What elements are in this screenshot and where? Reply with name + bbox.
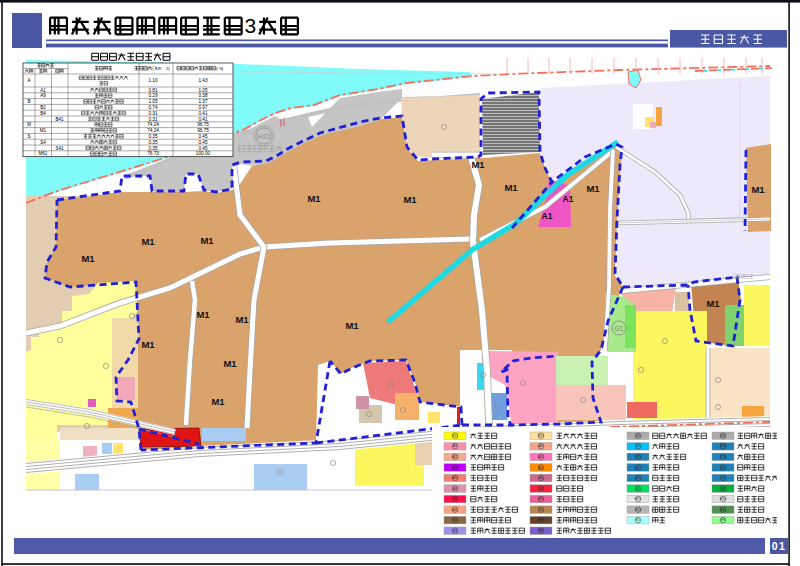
svg-text:M2: M2 bbox=[453, 518, 458, 522]
svg-text:S41: S41 bbox=[55, 146, 64, 151]
svg-text:0.41: 0.41 bbox=[198, 111, 208, 116]
svg-text:76.73: 76.73 bbox=[147, 151, 159, 156]
svg-text:B41: B41 bbox=[452, 508, 458, 512]
svg-text:B: B bbox=[27, 99, 30, 104]
svg-text:0.29: 0.29 bbox=[148, 93, 158, 98]
svg-text:E1: E1 bbox=[636, 518, 640, 522]
svg-text:3: 3 bbox=[245, 14, 257, 37]
svg-text:M61: M61 bbox=[39, 151, 48, 156]
svg-text:m: m bbox=[158, 66, 162, 71]
svg-text:M3: M3 bbox=[539, 518, 544, 522]
svg-text:U14: U14 bbox=[720, 455, 726, 459]
svg-text:0.74: 0.74 bbox=[148, 105, 158, 110]
svg-text:A1: A1 bbox=[563, 194, 574, 204]
svg-text:H23: H23 bbox=[635, 508, 641, 512]
svg-text:M1: M1 bbox=[504, 182, 518, 193]
svg-text:0.81: 0.81 bbox=[148, 88, 158, 93]
svg-text:A2: A2 bbox=[539, 444, 543, 448]
svg-text:U9: U9 bbox=[721, 476, 725, 480]
svg-text:B31: B31 bbox=[538, 497, 544, 501]
svg-text:M1: M1 bbox=[141, 339, 155, 350]
svg-text:2): 2) bbox=[166, 66, 170, 71]
svg-text:74.24: 74.24 bbox=[147, 122, 159, 127]
svg-text:A1: A1 bbox=[40, 88, 46, 93]
svg-text:B2: B2 bbox=[40, 105, 46, 110]
svg-text:1.05: 1.05 bbox=[148, 99, 158, 104]
svg-text:B2: B2 bbox=[453, 497, 457, 501]
svg-text:A31: A31 bbox=[538, 455, 544, 459]
svg-text:S41: S41 bbox=[635, 434, 641, 438]
svg-text:0.38: 0.38 bbox=[198, 93, 208, 98]
svg-text:0.45: 0.45 bbox=[198, 146, 208, 151]
svg-text:M1: M1 bbox=[471, 159, 485, 170]
svg-text:1.10: 1.10 bbox=[148, 78, 158, 83]
svg-text:M1: M1 bbox=[223, 358, 237, 369]
svg-text:G1: G1 bbox=[636, 487, 640, 491]
svg-text:S: S bbox=[27, 134, 30, 139]
svg-text:M: M bbox=[27, 122, 31, 127]
svg-text:96.75: 96.75 bbox=[197, 128, 209, 133]
svg-text:M1: M1 bbox=[235, 314, 249, 325]
svg-text:A41: A41 bbox=[538, 466, 544, 470]
svg-text:U1: U1 bbox=[636, 444, 640, 448]
svg-text:B41: B41 bbox=[55, 117, 64, 122]
svg-text:W1: W1 bbox=[453, 529, 458, 533]
svg-text:B1: B1 bbox=[539, 487, 543, 491]
svg-text:M1: M1 bbox=[141, 236, 155, 247]
svg-text:A: A bbox=[27, 78, 30, 83]
svg-text:G1: G1 bbox=[615, 325, 624, 332]
svg-text:M1: M1 bbox=[81, 253, 95, 264]
svg-text:M1: M1 bbox=[200, 235, 214, 246]
svg-text:U13: U13 bbox=[635, 455, 641, 459]
svg-text:0.45: 0.45 bbox=[198, 134, 208, 139]
svg-text:U21: U21 bbox=[635, 466, 641, 470]
svg-text:A33: A33 bbox=[452, 466, 458, 470]
svg-text:0.41: 0.41 bbox=[198, 117, 208, 122]
svg-text:M1: M1 bbox=[40, 128, 47, 133]
svg-text:R22: R22 bbox=[538, 434, 544, 438]
svg-text:H41: H41 bbox=[720, 508, 726, 512]
svg-text:A22: A22 bbox=[452, 455, 458, 459]
svg-text:M1: M1 bbox=[211, 396, 225, 407]
svg-text:M1: M1 bbox=[307, 193, 321, 204]
svg-text:M1: M1 bbox=[539, 508, 544, 512]
svg-text:G2: G2 bbox=[721, 487, 725, 491]
svg-text:M1: M1 bbox=[751, 184, 765, 195]
svg-text:R21: R21 bbox=[452, 434, 458, 438]
svg-text:M1: M1 bbox=[586, 183, 600, 194]
svg-text:96.75: 96.75 bbox=[197, 122, 209, 127]
svg-text:M1: M1 bbox=[345, 320, 359, 331]
svg-text:1.37: 1.37 bbox=[198, 99, 208, 104]
svg-text:H21: H21 bbox=[635, 497, 641, 501]
svg-text:0.35: 0.35 bbox=[148, 140, 158, 145]
svg-text:M1: M1 bbox=[706, 298, 720, 309]
svg-text:M1: M1 bbox=[196, 309, 210, 320]
svg-text:A1: A1 bbox=[453, 444, 457, 448]
svg-text:0.31: 0.31 bbox=[148, 117, 158, 122]
svg-text:A1: A1 bbox=[542, 211, 553, 221]
svg-text:U12: U12 bbox=[720, 444, 726, 448]
svg-text:1.43: 1.43 bbox=[198, 78, 208, 83]
svg-text:0.45: 0.45 bbox=[198, 140, 208, 145]
svg-text:0.35: 0.35 bbox=[148, 134, 158, 139]
svg-text:0.31: 0.31 bbox=[148, 111, 158, 116]
svg-text:E9: E9 bbox=[721, 518, 725, 522]
svg-text:U31: U31 bbox=[635, 476, 641, 480]
svg-text:S4: S4 bbox=[40, 140, 46, 145]
svg-text:U22: U22 bbox=[720, 466, 726, 470]
svg-text:B4: B4 bbox=[40, 111, 46, 116]
svg-text:H22: H22 bbox=[720, 497, 726, 501]
svg-text:01: 01 bbox=[772, 540, 787, 552]
svg-text:A9: A9 bbox=[453, 487, 457, 491]
svg-text:100.00: 100.00 bbox=[196, 151, 211, 156]
svg-text:A6: A6 bbox=[539, 476, 543, 480]
svg-text:0.97: 0.97 bbox=[198, 105, 208, 110]
svg-text:W3: W3 bbox=[539, 529, 544, 533]
svg-text:1.05: 1.05 bbox=[198, 88, 208, 93]
svg-text:H23: H23 bbox=[258, 133, 271, 140]
svg-text:A51: A51 bbox=[452, 476, 458, 480]
svg-text:A9: A9 bbox=[40, 93, 46, 98]
svg-text:0.35: 0.35 bbox=[148, 146, 158, 151]
svg-text:74.24: 74.24 bbox=[147, 128, 159, 133]
svg-text:S42: S42 bbox=[720, 434, 726, 438]
